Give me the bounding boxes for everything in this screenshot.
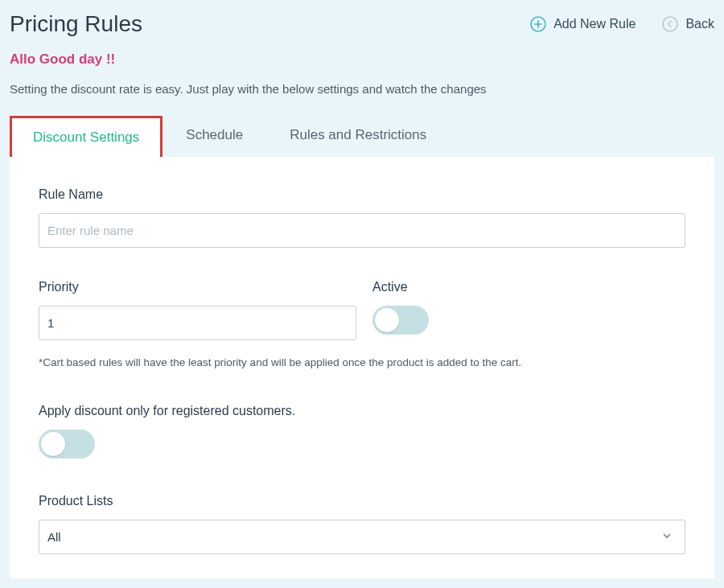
tab-row: Discount Settings Schedule Rules and Res… (0, 113, 724, 157)
description-text: Setting the discount rate is easy. Just … (10, 82, 714, 96)
active-toggle[interactable] (372, 306, 429, 335)
plus-circle-icon (529, 15, 547, 33)
registered-only-label: Apply discount only for registered custo… (39, 404, 685, 418)
priority-label: Priority (39, 280, 356, 294)
greeting-text: Allo Good day !! (10, 51, 714, 68)
back-button[interactable]: Back (661, 15, 714, 33)
product-lists-label: Product Lists (39, 494, 685, 508)
rule-name-input[interactable] (39, 213, 685, 248)
svg-point-3 (663, 17, 677, 31)
add-new-rule-button[interactable]: Add New Rule (529, 15, 636, 33)
tab-rules-restrictions[interactable]: Rules and Restrictions (266, 113, 450, 157)
toggle-knob (41, 432, 65, 456)
priority-hint: *Cart based rules will have the least pr… (39, 356, 685, 368)
header-actions: Add New Rule Back (529, 15, 714, 33)
toggle-knob (375, 308, 399, 332)
add-new-rule-label: Add New Rule (553, 17, 636, 31)
tab-discount-settings[interactable]: Discount Settings (10, 116, 162, 157)
rule-name-label: Rule Name (39, 187, 685, 202)
registered-only-toggle[interactable] (39, 430, 95, 458)
priority-input[interactable] (39, 306, 356, 340)
chevron-left-circle-icon (661, 15, 679, 33)
settings-panel: Rule Name Priority Active *Cart based ru… (10, 157, 714, 578)
back-label: Back (685, 17, 714, 31)
active-label: Active (372, 280, 685, 294)
tab-schedule[interactable]: Schedule (162, 113, 266, 157)
product-lists-select[interactable]: All (39, 520, 685, 554)
page-title: Pricing Rules (10, 11, 142, 37)
